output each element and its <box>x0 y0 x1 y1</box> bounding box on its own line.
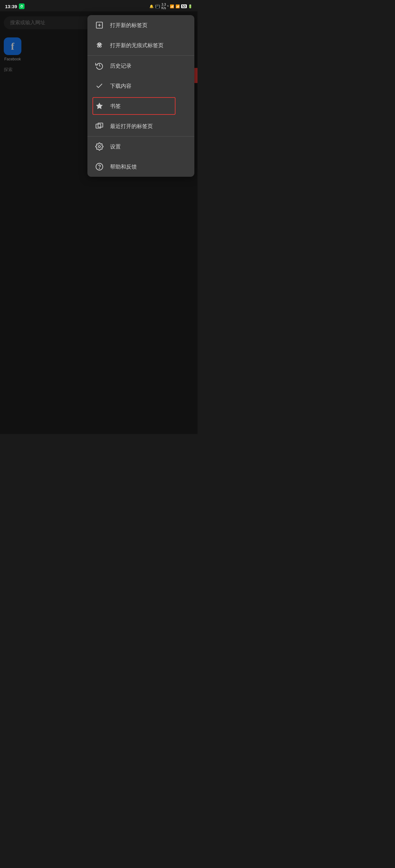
svg-point-16 <box>98 146 101 148</box>
incognito-label: 打开新的无痕式标签页 <box>110 42 187 49</box>
battery-level: 53 <box>181 4 187 8</box>
svg-point-7 <box>97 45 99 47</box>
menu-item-bookmarks[interactable]: 书签 <box>87 96 194 116</box>
download-icon <box>95 82 104 90</box>
timer-icon: ⏱ <box>19 3 25 9</box>
battery-icon: 🔋 <box>188 4 192 8</box>
menu-item-new-tab[interactable]: 打开新的标签页 <box>87 15 194 35</box>
new-tab-icon <box>95 21 104 30</box>
network-type: ⁶ <box>167 5 169 8</box>
wifi-icon: 📶 <box>170 4 174 8</box>
time-display: 13:39 <box>5 4 17 9</box>
recent-tabs-icon <box>95 122 104 130</box>
settings-label: 设置 <box>110 143 187 150</box>
svg-point-8 <box>100 45 101 47</box>
bookmark-icon <box>95 101 104 111</box>
status-time: 13:39 ⏱ <box>5 3 25 9</box>
alarm-icon: 🔔 <box>149 4 154 8</box>
menu-item-help[interactable]: 帮助和反馈 <box>87 157 194 177</box>
menu-item-incognito[interactable]: 打开新的无痕式标签页 <box>87 35 194 55</box>
history-icon <box>95 61 104 70</box>
status-bar: 13:39 ⏱ 🔔 📳 3.3K/s ⁶ 📶 📶 53 🔋 <box>0 0 198 11</box>
network-speed: 3.3K/s <box>161 3 166 10</box>
bookmarks-label: 书签 <box>110 102 187 110</box>
incognito-icon <box>95 41 104 50</box>
history-label: 历史记录 <box>110 62 187 69</box>
menu-item-downloads[interactable]: 下载内容 <box>87 76 194 96</box>
recent-tabs-label: 最近打开的标签页 <box>110 123 187 130</box>
menu-item-settings[interactable]: 设置 <box>87 136 194 157</box>
vibrate-icon: 📳 <box>155 4 160 9</box>
help-label: 帮助和反馈 <box>110 163 187 170</box>
signal-icon: 📶 <box>176 4 180 8</box>
menu-item-history[interactable]: 历史记录 <box>87 56 194 76</box>
downloads-label: 下载内容 <box>110 83 187 90</box>
help-icon <box>95 162 104 171</box>
svg-marker-12 <box>96 102 103 109</box>
status-icons: 🔔 📳 3.3K/s ⁶ 📶 📶 53 🔋 <box>149 3 192 10</box>
new-tab-label: 打开新的标签页 <box>110 22 187 29</box>
menu-item-recent-tabs[interactable]: 最近打开的标签页 <box>87 116 194 136</box>
dropdown-menu: 打开新的标签页 打开新的无痕式标签页 <box>87 15 194 177</box>
settings-icon <box>95 142 104 151</box>
